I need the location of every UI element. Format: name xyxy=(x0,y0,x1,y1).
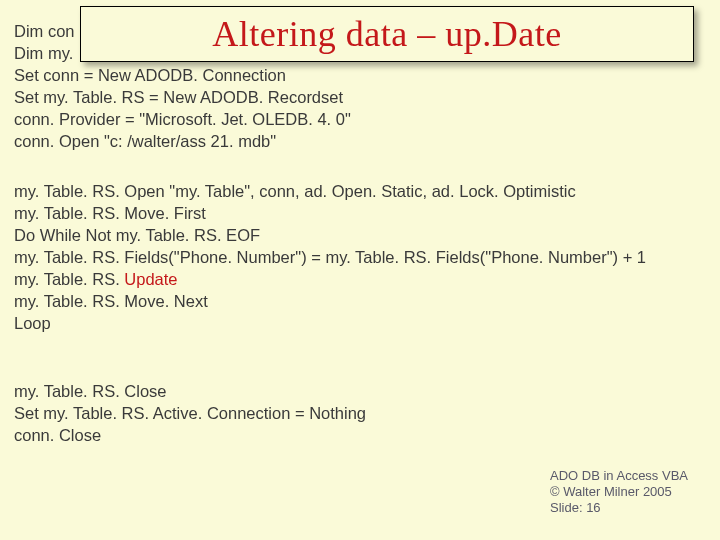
title-box: Altering data – up.Date xyxy=(80,6,694,62)
code-line: Dim con xyxy=(14,22,75,40)
code-line: conn. Open "c: /walter/ass 21. mdb" xyxy=(14,132,276,150)
code-text: my. Table. RS. Open "my. Table", conn, a… xyxy=(14,182,646,288)
code-block-3: my. Table. RS. Close Set my. Table. RS. … xyxy=(14,380,366,446)
code-line: Set my. Table. RS. Active. Connection = … xyxy=(14,404,366,422)
footer-line-2: © Walter Milner 2005 xyxy=(550,484,688,500)
code-line: Dim my. xyxy=(14,44,73,62)
footer-line-3: Slide: 16 xyxy=(550,500,688,516)
footer-line-1: ADO DB in Access VBA xyxy=(550,468,688,484)
code-line: conn. Close xyxy=(14,426,101,444)
code-line: Set conn = New ADODB. Connection xyxy=(14,66,286,84)
code-highlight-update: Update xyxy=(124,270,177,288)
code-line: my. Table. RS. Close xyxy=(14,382,167,400)
code-line: Set my. Table. RS = New ADODB. Recordset xyxy=(14,88,343,106)
slide-title: Altering data – up.Date xyxy=(212,13,561,55)
code-text: my. Table. RS. Move. Next Loop xyxy=(14,292,208,332)
code-block-2: my. Table. RS. Open "my. Table", conn, a… xyxy=(14,180,646,334)
code-line: conn. Provider = "Microsoft. Jet. OLEDB.… xyxy=(14,110,351,128)
slide-footer: ADO DB in Access VBA © Walter Milner 200… xyxy=(550,468,688,516)
